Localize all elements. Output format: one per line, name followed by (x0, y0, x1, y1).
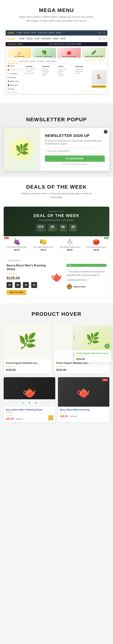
col-item-tops[interactable]: Tops & Blouses (26, 68, 40, 70)
nav-link-pages[interactable]: PAGES (23, 32, 30, 34)
banner-lime[interactable]: 🥒 SUMMER SALE LIMITED TIME (82, 48, 106, 58)
col-clothing-title: Clothing (26, 66, 40, 67)
sub-link-home[interactable]: HOME (19, 38, 25, 40)
sub-cart-icon[interactable]: 🛒 (103, 37, 106, 40)
product-hover-overlay-card: 🌿 + Fresh Organic Mustard Leaves ★★★★★ $… (75, 326, 111, 362)
product-3-brand: IMPERIA (6, 412, 53, 414)
countdown-days: 074 Days (36, 224, 46, 232)
deal-product-4[interactable]: NEW 🍅 Fresh Organic Mustard Leaves $65.0… (83, 236, 109, 253)
cart-icon[interactable] (103, 32, 106, 34)
deal-product-1[interactable]: HOT 🍇 Fresh Organic Mustard Leaves $65.0… (4, 236, 30, 253)
col-item-leather[interactable]: Leather (75, 72, 89, 74)
left-furniture[interactable]: 🛋 Furniture (6, 76, 24, 80)
nav-link-news[interactable]: NEWS (49, 32, 54, 34)
sub-search-icon[interactable]: 🔍 (99, 37, 101, 40)
left-best[interactable]: Best of the day (6, 91, 24, 94)
nav-sub-links: HOME PAGES SHOP FEATURES NEWS MORE (19, 38, 97, 40)
product-3-heart[interactable]: ♥ (27, 400, 32, 406)
col-item-bra[interactable]: Bra & Bodies (26, 72, 40, 74)
nav-link-more[interactable]: MORE (56, 32, 61, 34)
cat-tab-today[interactable]: Todays Offers (46, 59, 56, 64)
col-item-necklaces[interactable]: Necklaces (42, 70, 56, 72)
banner-green[interactable]: 🥦 BIG SALE - GET 40% OFF (32, 48, 56, 58)
deal-1-image: 🍇 (5, 238, 28, 245)
deal-4-name: Fresh Organic Mustard Leaves (85, 246, 108, 248)
deals-hurry-text: HURRY UP! (7, 210, 106, 212)
nav-link-features[interactable]: FEATURES (38, 32, 47, 34)
deal-3-price: $50.00 (58, 249, 82, 251)
cat-tab-gift[interactable]: Gift Cards (37, 59, 44, 64)
product-card-4[interactable]: 🫖 SALE Bacca Bucci Men's Running ★★★★★ $… (58, 377, 110, 422)
sub-link-shop[interactable]: SHOP (34, 38, 40, 40)
product-hover-row1: 🌿 Fresh Organic Mustard Lea... ★★★★★ $12… (0, 322, 113, 377)
deals-countdown-header: HURRY UP! DEAL OF THE WEEK From our fami… (4, 207, 109, 236)
newsletter-email-input[interactable] (45, 148, 105, 154)
nav-logo: Qualis (7, 32, 14, 34)
deals-countdown: 074 Days 20 Hours 56 Mins 29 Secs (7, 224, 106, 232)
col-item-bracelets[interactable]: Bracelets (42, 72, 56, 74)
left-women[interactable]: 👗 Women (6, 68, 24, 72)
lime-emoji: 🥒 (91, 50, 96, 55)
search-icon[interactable] (98, 32, 101, 34)
overlay-name: Fresh Organic Mustard Leaves (76, 352, 109, 354)
col-item-slippers[interactable]: Slippers (59, 70, 73, 72)
cat-tab-more[interactable]: View All Featured Attributes › (84, 59, 106, 64)
countdown-mins-num: 56 (61, 225, 65, 229)
col-item-sneakers[interactable]: Sneakers (59, 74, 73, 76)
col-item-earrings[interactable]: Earrings (42, 68, 56, 70)
countdown-secs-label: Secs (71, 229, 75, 230)
banner-tomato[interactable]: 🍅 SALE UP TO 40% OFF (57, 48, 81, 58)
deal-2-name: Fresh Organic Mustard Leaves (31, 246, 55, 248)
mega-dropdown: 🍎 Fruits 👗 Women 💍 Accessory 🛋 Furniture… (6, 64, 107, 94)
newsletter-subscribe-button[interactable]: ✉ SUBSCRIBE (45, 156, 105, 162)
banana-emoji: 🍌 (17, 50, 22, 55)
nav-link-home[interactable]: HOME (16, 32, 22, 34)
product-hover-section: PRODUCT HOVER 🌿 Fresh Organic Mustard Le… (0, 304, 113, 433)
mega-menu-header: MEGA MENU Mega menu comes in diffrent st… (0, 0, 113, 26)
green-emoji: 🥦 (42, 50, 47, 55)
col-item-rings[interactable]: Rings (42, 74, 56, 76)
product-3-cart-button[interactable]: 🛒 (48, 415, 53, 420)
left-baby[interactable]: 🧸 Baby & Kids (6, 80, 24, 83)
overlay-add-button[interactable]: + (105, 344, 110, 349)
col-item-formal[interactable]: Formal wear (75, 70, 89, 72)
deal-4-image: 🍅 (85, 238, 108, 245)
deal-product-3[interactable]: 🧄 Fresh Organic Mustard Leaves $50.00 (57, 236, 83, 253)
subscribe-icon: ✉ (66, 157, 68, 160)
newsletter-nope[interactable]: ⊘ Don't show this popup again (45, 163, 105, 165)
left-fruits[interactable]: 🍎 Fruits (6, 64, 24, 68)
sub-link-features[interactable]: FEATURES (41, 38, 51, 40)
nav-link-shop[interactable]: SHOP (31, 32, 36, 34)
sub-link-more[interactable]: MORE (60, 38, 66, 40)
col-item-boots[interactable]: Boots (59, 72, 73, 74)
sub-link-news[interactable]: NEWS (53, 38, 58, 40)
reviewer-avatar: 👩 (67, 284, 72, 290)
banner-banana[interactable]: 🍌 UP TO 50% OFF (7, 48, 31, 58)
product-card-1[interactable]: 🌿 Fresh Organic Mustard Lea... ★★★★★ $12… (4, 322, 51, 374)
deal-day-cb-hours: 04 (15, 282, 21, 288)
product-card-3[interactable]: 🫖 🔍 ♥ ⇄ Bacca Bucci Men's Running Shoes … (4, 377, 55, 422)
deal-day-cart-button[interactable]: ADD TO CART (6, 290, 26, 295)
deal-product-2[interactable]: 🍋 Fresh Organic Mustard Leaves $50.00 (30, 236, 56, 253)
left-electronics[interactable]: 📱 Electronics (6, 83, 24, 87)
product-3-info: Bacca Bucci Men's Running Shoes IMPERIA … (4, 407, 55, 422)
col-outer-title: Outerwear (75, 66, 89, 67)
product-3-compare[interactable]: ⇄ (33, 400, 38, 406)
col-item-trousers[interactable]: Trousers (26, 70, 40, 72)
product-3-magnify[interactable]: 🔍 (20, 400, 26, 406)
deal-1-price: $65.00 (5, 249, 28, 251)
cat-tab-all[interactable]: All Categories (7, 59, 18, 64)
newsletter-close-button[interactable]: × (104, 130, 108, 134)
col-item-sport[interactable]: Sport shoes (59, 68, 73, 70)
deal-4-new-badge: NEW (104, 237, 109, 239)
mega-col-clothing: Clothing Tops & Blouses Trousers Bra & B… (26, 66, 40, 76)
sub-link-pages[interactable]: PAGES (26, 38, 33, 40)
col-item-casual[interactable]: Casual wear (75, 68, 89, 70)
deal-day-reviewer: 👩 Sandra Smith (67, 284, 107, 290)
left-music[interactable]: 🎵 Music (6, 87, 24, 91)
left-accessory[interactable]: 💍 Accessory (6, 72, 24, 76)
newsletter-header: NEWSLETTER POPUP (4, 109, 109, 128)
product-4-info: Bacca Bucci Men's Running ★★★★★ $88.00 $… (58, 407, 110, 420)
cat-tab-new[interactable]: New Arrivals (19, 59, 28, 64)
cat-tab-special[interactable]: Special (30, 59, 35, 64)
